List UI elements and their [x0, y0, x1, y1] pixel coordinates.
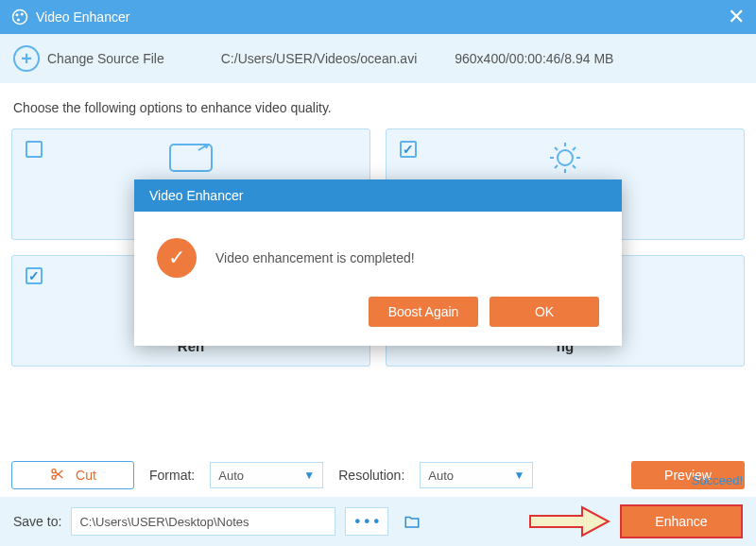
source-filepath: C:/Users/USER/Videos/ocean.avi — [221, 51, 418, 66]
folder-icon — [402, 513, 422, 530]
open-folder-button[interactable] — [398, 507, 426, 536]
format-label: Format: — [149, 468, 195, 483]
svg-line-11 — [573, 165, 576, 168]
svg-point-14 — [52, 469, 56, 472]
enhance-label: Enhance — [655, 514, 707, 529]
checkbox-contrast[interactable] — [400, 141, 417, 158]
svg-rect-4 — [170, 145, 212, 171]
app-icon — [11, 9, 28, 26]
more-button[interactable]: • • • — [345, 507, 388, 536]
ok-label: OK — [535, 304, 554, 319]
svg-line-12 — [573, 147, 576, 150]
source-fileinfo: 960x400/00:00:46/8.94 MB — [455, 51, 613, 66]
save-path-input[interactable]: C:\Users\USER\Desktop\Notes — [71, 507, 335, 536]
brightness-icon — [539, 139, 592, 180]
resolution-label: Resolution: — [338, 468, 404, 483]
svg-point-1 — [16, 13, 19, 16]
cut-label: Cut — [76, 468, 96, 483]
format-select[interactable]: Auto ▼ — [210, 462, 323, 488]
modal-body: ✓ Video enhancement is completed! — [134, 212, 622, 297]
checkbox-remove[interactable] — [26, 267, 43, 284]
check-icon: ✓ — [157, 238, 197, 278]
cut-button[interactable]: Cut — [11, 461, 134, 489]
modal-title: Video Enhancer — [134, 179, 622, 212]
resolution-select[interactable]: Auto ▼ — [420, 462, 533, 488]
svg-point-2 — [21, 13, 24, 16]
modal-buttons: Boost Again OK — [134, 297, 622, 346]
source-bar: + Change Source File C:/Users/USER/Video… — [0, 34, 756, 83]
enhance-button[interactable]: Enhance — [620, 504, 743, 538]
chevron-down-icon: ▼ — [513, 469, 524, 482]
format-value: Auto — [218, 469, 244, 483]
controls-row: Cut Format: Auto ▼ Resolution: Auto ▼ Pr… — [0, 461, 756, 489]
save-to-label: Save to: — [13, 514, 61, 529]
upscale-icon — [164, 139, 217, 180]
svg-point-3 — [17, 19, 20, 22]
close-icon[interactable]: ✕ — [728, 5, 745, 29]
modal-message: Video enhancement is completed! — [215, 250, 415, 265]
checkbox-upscale[interactable] — [26, 141, 43, 158]
boost-again-button[interactable]: Boost Again — [369, 297, 478, 327]
ok-button[interactable]: OK — [490, 297, 599, 327]
svg-point-0 — [13, 10, 27, 25]
save-bar: Save to: C:\Users\USER\Desktop\Notes • •… — [0, 497, 756, 546]
more-dots: • • • — [355, 513, 380, 530]
svg-line-13 — [555, 165, 558, 168]
instruction-text: Choose the following options to enhance … — [0, 83, 756, 128]
completion-modal: Video Enhancer ✓ Video enhancement is co… — [134, 179, 622, 346]
succeed-text: Succeed! — [692, 473, 743, 487]
titlebar: Video Enhancer ✕ — [0, 0, 756, 34]
annotation-arrow — [525, 504, 610, 538]
title-text: Video Enhancer — [36, 9, 129, 25]
change-source-label: Change Source File — [47, 51, 164, 66]
resolution-value: Auto — [428, 469, 454, 483]
svg-point-5 — [558, 150, 573, 165]
chevron-down-icon: ▼ — [303, 469, 315, 482]
scissors-icon — [49, 467, 66, 485]
save-path-value: C:\Users\USER\Desktop\Notes — [79, 515, 249, 529]
boost-again-label: Boost Again — [388, 304, 459, 319]
plus-icon: + — [13, 45, 40, 72]
change-source-button[interactable]: + Change Source File — [13, 45, 164, 72]
svg-line-10 — [555, 147, 558, 150]
svg-point-15 — [52, 475, 56, 479]
